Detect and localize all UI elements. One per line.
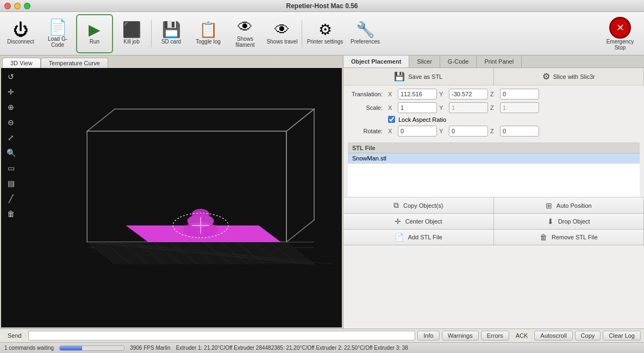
printer-settings-label: Printer settings bbox=[307, 39, 343, 45]
move-icon[interactable]: ✛ bbox=[4, 85, 17, 98]
window-controls[interactable] bbox=[4, 3, 30, 9]
brush-icon[interactable]: ╱ bbox=[4, 192, 17, 205]
rotate-row: Rotate: X Y Z bbox=[348, 126, 640, 137]
run-label: Run bbox=[90, 39, 99, 45]
warnings-button[interactable]: Warnings bbox=[442, 331, 479, 340]
pan-icon[interactable]: ⤢ bbox=[4, 131, 17, 144]
translation-x-input[interactable] bbox=[398, 89, 437, 100]
lock-aspect-row: Lock Aspect Ratio bbox=[348, 116, 640, 123]
toolbar-item-printer-settings[interactable]: ⚙ Printer settings bbox=[303, 14, 347, 53]
translation-y-input[interactable] bbox=[449, 89, 488, 100]
toolbar-item-disconnect[interactable]: ⏻ Disconnect bbox=[2, 14, 39, 53]
sd-icon: 💾 bbox=[162, 22, 181, 38]
zoom-fit-icon[interactable]: 🔍 bbox=[4, 146, 17, 159]
toolbar-item-load-gcode[interactable]: 📄 Load G-Code bbox=[39, 14, 76, 53]
zoom-out-icon[interactable]: ⊖ bbox=[4, 116, 17, 129]
toggle-log-label: Toggle log bbox=[196, 39, 221, 45]
separator-2 bbox=[302, 20, 302, 47]
center-object-label: Center Object bbox=[405, 218, 442, 225]
scene-svg bbox=[21, 68, 342, 327]
filament-eye-icon: 👁 bbox=[237, 20, 253, 35]
refresh-icon[interactable]: ↺ bbox=[4, 70, 17, 83]
info-button[interactable]: Info bbox=[417, 331, 439, 340]
scale-row: Scale: X Y Z bbox=[348, 102, 640, 113]
layers-icon[interactable]: ▤ bbox=[4, 177, 17, 190]
toolbar-item-run[interactable]: ▶ Run bbox=[76, 14, 113, 53]
right-panel: Object Placement Slicer G-Code Print Pan… bbox=[343, 55, 644, 329]
view-tabs: 3D View Temperature Curve bbox=[0, 55, 343, 68]
lock-aspect-checkbox[interactable] bbox=[388, 116, 395, 123]
auto-position-label: Auto Position bbox=[557, 202, 592, 209]
progress-fill bbox=[60, 346, 82, 350]
ack-label: ACK bbox=[511, 332, 533, 339]
toolbar-item-shows-travel[interactable]: 👁 Shows travel bbox=[264, 14, 301, 53]
copy-objects-label: Copy Object(s) bbox=[403, 202, 443, 209]
x-axis-label-2: X bbox=[388, 104, 396, 111]
tab-slicer[interactable]: Slicer bbox=[409, 55, 440, 67]
emergency-stop-label: Emergency Stop bbox=[601, 39, 640, 51]
3d-view-area[interactable]: ↺ ✛ ⊕ ⊖ ⤢ 🔍 ▭ ▤ ╱ 🗑 bbox=[1, 68, 342, 327]
stl-list: SnowMan.stl bbox=[348, 153, 640, 197]
scale-x-input[interactable] bbox=[398, 102, 437, 113]
y-axis-label-1: Y bbox=[439, 91, 447, 97]
title-bar: Repetier-Host Mac 0.56 bbox=[0, 0, 644, 12]
rotate-label: Rotate: bbox=[348, 128, 386, 134]
slice-button[interactable]: ⚙ Slice with Slic3r bbox=[494, 68, 645, 85]
toolbar-item-toggle-log[interactable]: 📋 Toggle log bbox=[190, 14, 227, 53]
clear-log-button[interactable]: Clear Log bbox=[603, 331, 641, 340]
z-axis-label-3: Z bbox=[490, 128, 498, 134]
preferences-label: Preferences bbox=[351, 39, 380, 45]
drop-object-button[interactable]: ⬇ Drop Object bbox=[494, 214, 645, 230]
log-input[interactable] bbox=[28, 331, 416, 340]
toolbar-item-emergency-stop[interactable]: ✕ Emergency Stop bbox=[598, 14, 642, 53]
copy-icon: ⧉ bbox=[393, 201, 399, 210]
autoscroll-button[interactable]: Autoscroll bbox=[534, 331, 572, 340]
toolbar-item-shows-filament[interactable]: 👁 Shows filament bbox=[227, 14, 264, 53]
copy-objects-button[interactable]: ⧉ Copy Object(s) bbox=[343, 197, 494, 214]
frame-icon[interactable]: ▭ bbox=[4, 162, 17, 175]
toolbar-item-sd-card[interactable]: 💾 SD card bbox=[153, 14, 190, 53]
tab-object-placement[interactable]: Object Placement bbox=[343, 55, 409, 67]
trash-icon[interactable]: 🗑 bbox=[4, 207, 17, 220]
auto-position-button[interactable]: ⊞ Auto Position bbox=[494, 197, 645, 214]
zoom-in-icon[interactable]: ⊕ bbox=[4, 101, 17, 114]
tab-print-panel[interactable]: Print Panel bbox=[477, 55, 522, 67]
main-content: 3D View Temperature Curve ↺ ✛ ⊕ ⊖ ⤢ 🔍 ▭ … bbox=[0, 55, 644, 329]
send-label[interactable]: Send bbox=[3, 332, 26, 339]
translation-z-input[interactable] bbox=[500, 89, 539, 100]
toolbar-item-kill-job[interactable]: ⬛ Kill job bbox=[113, 14, 150, 53]
close-button[interactable] bbox=[4, 3, 11, 9]
travel-eye-icon: 👁 bbox=[274, 22, 290, 38]
add-stl-button[interactable]: 📄 Add STL File bbox=[343, 230, 494, 245]
scale-z-input[interactable] bbox=[500, 102, 539, 113]
action-row: 💾 Save as STL ⚙ Slice with Slic3r bbox=[343, 68, 644, 85]
tab-g-code[interactable]: G-Code bbox=[440, 55, 477, 67]
maximize-button[interactable] bbox=[24, 3, 30, 9]
remove-stl-button[interactable]: 🗑 Remove STL File bbox=[494, 230, 645, 245]
power-icon: ⏻ bbox=[13, 22, 28, 38]
stop-icon: ⬛ bbox=[122, 22, 141, 38]
file-icon: 📄 bbox=[48, 20, 67, 35]
rotate-y-input[interactable] bbox=[449, 126, 488, 137]
toolbar-item-preferences[interactable]: 🔧 Preferences bbox=[347, 14, 384, 53]
tab-temp-curve[interactable]: Temperature Curve bbox=[41, 58, 108, 68]
stl-file-item[interactable]: SnowMan.stl bbox=[348, 153, 640, 164]
copy-button[interactable]: Copy bbox=[575, 331, 601, 340]
left-panel: 3D View Temperature Curve ↺ ✛ ⊕ ⊖ ⤢ 🔍 ▭ … bbox=[0, 55, 343, 329]
z-axis-label-2: Z bbox=[490, 104, 498, 111]
save-stl-button[interactable]: 💾 Save as STL bbox=[343, 68, 494, 85]
shows-filament-label: Shows filament bbox=[229, 36, 261, 48]
scale-y-input[interactable] bbox=[449, 102, 488, 113]
rotate-x-input[interactable] bbox=[398, 126, 437, 137]
scale-label: Scale: bbox=[348, 104, 386, 111]
minimize-button[interactable] bbox=[14, 3, 21, 9]
center-icon: ✛ bbox=[395, 217, 401, 226]
errors-button[interactable]: Errors bbox=[481, 331, 509, 340]
center-object-button[interactable]: ✛ Center Object bbox=[343, 214, 494, 230]
add-stl-label: Add STL File bbox=[408, 234, 442, 240]
lock-aspect-label: Lock Aspect Ratio bbox=[398, 116, 446, 123]
rotate-z-input[interactable] bbox=[500, 126, 539, 137]
progress-bar bbox=[59, 345, 124, 351]
tab-3d-view[interactable]: 3D View bbox=[2, 58, 41, 68]
slice-label: Slice with Slic3r bbox=[553, 73, 595, 80]
